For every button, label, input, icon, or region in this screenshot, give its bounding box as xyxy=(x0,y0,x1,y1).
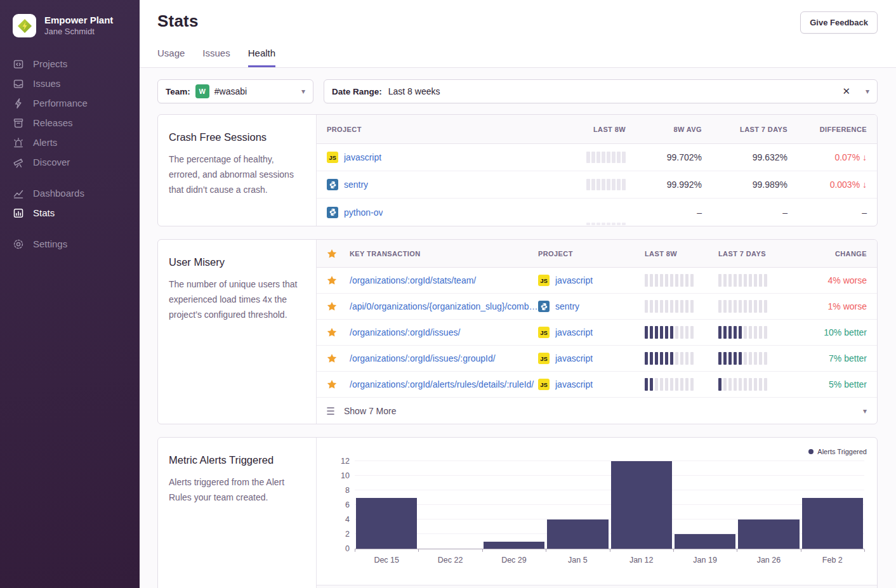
y-axis-label: 6 xyxy=(327,500,350,509)
date-range-value: Last 8 weeks xyxy=(388,86,440,96)
col-8w-avg: 8W Avg xyxy=(626,126,702,133)
user-misery-table-header: Key Transaction Project Last 8W Last 7 D… xyxy=(317,240,877,268)
project-cell: python-ov xyxy=(327,207,530,218)
col-project: Project xyxy=(327,126,530,133)
sidebar-item-dashboards[interactable]: Dashboards xyxy=(13,183,127,203)
project-cell: JSjavascript xyxy=(538,353,645,364)
change-value: 10% better xyxy=(796,327,867,337)
col-last-8w: Last 8W xyxy=(645,250,718,258)
project-cell: JSjavascript xyxy=(538,379,645,390)
project-link[interactable]: javascript xyxy=(555,275,593,285)
tab-usage[interactable]: Usage xyxy=(157,48,185,67)
show-more-button[interactable]: Show 7 More ▾ xyxy=(317,398,877,424)
x-axis-tick xyxy=(418,549,419,552)
sidebar-item-performance[interactable]: Performance xyxy=(13,93,127,113)
key-transaction-star-icon[interactable] xyxy=(327,327,350,337)
tab-health[interactable]: Health xyxy=(248,48,275,67)
alert-rules-table-header: Alert Rule Project Last 8W Average This … xyxy=(317,585,877,588)
sidebar-item-projects[interactable]: Projects xyxy=(13,54,127,74)
last-8w-sparkline xyxy=(530,144,626,171)
change-value: 7% better xyxy=(796,353,867,363)
sidebar-item-issues[interactable]: Issues xyxy=(13,74,127,93)
avg-value: 99.992% xyxy=(626,180,702,190)
sidebar-item-settings[interactable]: Settings xyxy=(13,234,127,254)
x-axis-label: Jan 19 xyxy=(673,556,737,565)
discover-icon xyxy=(13,157,24,168)
legend-dot-icon xyxy=(808,449,814,454)
key-transaction-star-icon[interactable] xyxy=(327,379,350,389)
project-cell: sentry xyxy=(538,301,645,312)
sidebar-item-discover[interactable]: Discover xyxy=(13,152,127,172)
tab-issues[interactable]: Issues xyxy=(202,48,230,67)
change-value: 4% worse xyxy=(796,275,867,285)
project-link[interactable]: javascript xyxy=(555,327,593,337)
alerts-icon xyxy=(13,137,24,148)
list-icon xyxy=(327,407,337,415)
transaction-link[interactable]: /organizations/:orgId/alerts/rules/detai… xyxy=(350,379,538,389)
chart-bar xyxy=(356,498,417,549)
project-cell: JSjavascript xyxy=(538,327,645,338)
projects-icon xyxy=(13,58,24,70)
javascript-icon: JS xyxy=(538,353,550,364)
project-link[interactable]: javascript xyxy=(555,379,593,389)
last-8w-score-bar xyxy=(645,274,718,287)
col-last-8w: Last 8W xyxy=(530,126,626,133)
x-axis-tick xyxy=(737,549,737,552)
clear-date-icon[interactable]: ✕ xyxy=(842,86,850,97)
org-switcher[interactable]: Empower Plant Jane Schmidt xyxy=(0,14,140,37)
x-axis-label: Dec 22 xyxy=(418,556,482,565)
last-8w-score-bar xyxy=(645,326,718,339)
chevron-down-icon: ▾ xyxy=(866,87,869,96)
col-change: Change xyxy=(796,250,867,258)
chart-bar xyxy=(675,534,735,549)
sidebar-item-alerts[interactable]: Alerts xyxy=(13,133,127,152)
project-link[interactable]: sentry xyxy=(555,301,579,311)
key-transaction-star-icon[interactable] xyxy=(327,275,350,285)
table-row: python-ov––– xyxy=(317,199,877,226)
chart-gridline xyxy=(355,490,864,490)
sidebar-item-label: Dashboards xyxy=(33,188,84,199)
tab-bar: Usage Issues Health xyxy=(157,48,878,67)
chart-legend: Alerts Triggered xyxy=(808,448,867,455)
chart-bar xyxy=(802,498,863,549)
python-icon xyxy=(538,301,550,312)
last-7-days-score-bar xyxy=(718,326,796,339)
table-row: /organizations/:orgId/issues/:groupId/JS… xyxy=(317,346,877,372)
transaction-link[interactable]: /organizations/:orgId/issues/ xyxy=(350,327,538,337)
team-avatar: W xyxy=(195,84,209,98)
project-link[interactable]: sentry xyxy=(344,180,368,190)
chart-gridline xyxy=(355,475,864,476)
transaction-link[interactable]: /api/0/organizations/{organization_slug}… xyxy=(350,301,538,311)
page-header: Stats Give Feedback Usage Issues Health xyxy=(140,0,896,68)
key-transaction-star-icon[interactable] xyxy=(327,353,350,363)
javascript-icon: JS xyxy=(538,379,550,390)
last-7-days-value: 99.989% xyxy=(702,180,787,190)
chevron-down-icon[interactable]: ▾ xyxy=(863,407,867,415)
project-link[interactable]: javascript xyxy=(555,353,593,363)
sidebar-item-label: Discover xyxy=(33,157,70,167)
table-row: /organizations/:orgId/stats/team/JSjavas… xyxy=(317,268,877,294)
x-axis-tick xyxy=(673,549,674,552)
transaction-link[interactable]: /organizations/:orgId/stats/team/ xyxy=(350,275,538,285)
show-more-label: Show 7 More xyxy=(344,406,396,416)
project-link[interactable]: javascript xyxy=(344,152,381,162)
nav-group-gap xyxy=(13,223,127,234)
javascript-icon: JS xyxy=(538,327,550,338)
last-7-days-score-bar xyxy=(718,300,796,313)
javascript-icon: JS xyxy=(327,152,338,163)
key-transaction-star-icon[interactable] xyxy=(327,301,350,311)
date-range-select[interactable]: Date Range: Last 8 weeks ✕ ▾ xyxy=(324,79,878,103)
change-value: 1% worse xyxy=(796,301,867,311)
project-link[interactable]: python-ov xyxy=(344,207,383,218)
sidebar-item-stats[interactable]: Stats xyxy=(13,203,127,223)
table-row: /api/0/organizations/{organization_slug}… xyxy=(317,294,877,320)
sidebar-item-releases[interactable]: Releases xyxy=(13,113,127,133)
user-misery-title: User Misery xyxy=(169,256,303,268)
give-feedback-button[interactable]: Give Feedback xyxy=(800,11,878,34)
sidebar-item-label: Performance xyxy=(33,98,88,108)
y-axis-label: 0 xyxy=(327,544,350,553)
sidebar-item-label: Stats xyxy=(33,207,55,218)
team-select[interactable]: Team: W #wasabi ▾ xyxy=(157,79,313,103)
transaction-link[interactable]: /organizations/:orgId/issues/:groupId/ xyxy=(350,353,538,363)
x-axis-tick xyxy=(546,549,546,552)
